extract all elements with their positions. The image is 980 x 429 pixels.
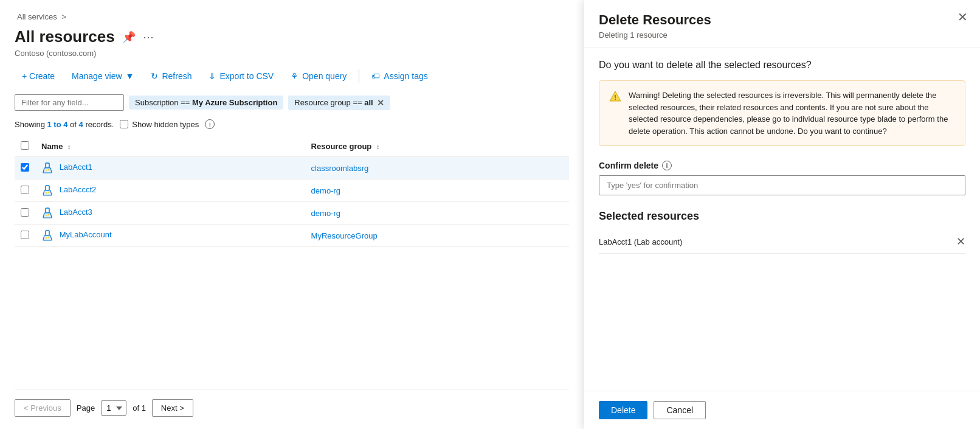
filter-input[interactable] — [15, 94, 124, 111]
left-panel: All services > All resources 📌 ⋯ Contoso… — [0, 0, 584, 429]
show-hidden-info-icon[interactable]: i — [205, 119, 215, 129]
selected-resources-section: Selected resources LabAcct1 (Lab account… — [599, 210, 965, 254]
remove-resource-button[interactable]: ✕ — [956, 235, 965, 248]
row-select-checkbox[interactable] — [21, 208, 29, 217]
selected-resource-name: LabAcct1 (Lab account) — [599, 237, 682, 246]
row-select-checkbox[interactable] — [21, 163, 29, 172]
toolbar: + Create Manage view ▼ ↻ Refresh ⇓ Expor… — [15, 68, 569, 85]
lab-flask-icon — [41, 207, 53, 219]
row-name-cell: LabAcct3 — [35, 202, 305, 225]
resource-group-link[interactable]: demo-rg — [311, 186, 340, 195]
refresh-label: Refresh — [162, 71, 192, 81]
row-select-checkbox[interactable] — [21, 186, 29, 194]
resource-group-sort-icon[interactable]: ↕ — [376, 143, 380, 150]
resource-group-column-header[interactable]: Resource group ↕ — [305, 136, 569, 157]
confirm-delete-input[interactable] — [599, 175, 965, 195]
delete-resources-panel: Delete Resources Deleting 1 resource ✕ D… — [584, 0, 980, 429]
svg-rect-6 — [46, 208, 49, 213]
resource-name-link[interactable]: LabAcct3 — [60, 208, 92, 217]
records-total: 4 — [79, 120, 83, 129]
name-sort-icon[interactable]: ↕ — [67, 143, 71, 150]
svg-rect-0 — [46, 163, 49, 168]
open-query-button[interactable]: ⚘ Open query — [283, 68, 354, 85]
page-subtitle: Contoso (contoso.com) — [15, 49, 569, 58]
panel-footer: Delete Cancel — [584, 391, 980, 429]
resource-name-link[interactable]: LabAcct1 — [60, 162, 92, 172]
delete-button[interactable]: Delete — [599, 401, 647, 419]
show-hidden-types-text: Show hidden types — [132, 120, 199, 129]
panel-close-button[interactable]: ✕ — [958, 11, 968, 23]
breadcrumb-separator: > — [61, 12, 66, 21]
more-options-icon[interactable]: ⋯ — [143, 30, 154, 44]
query-icon: ⚘ — [291, 71, 298, 81]
select-all-checkbox[interactable] — [21, 141, 29, 150]
name-column-label: Name — [41, 142, 63, 151]
lab-flask-icon — [41, 184, 53, 197]
row-name-cell: MyLabAccount — [35, 225, 305, 247]
tag-icon: 🏷 — [371, 71, 380, 81]
resource-name-link[interactable]: LabAccct2 — [60, 185, 97, 194]
of-label: of 1 — [133, 403, 146, 413]
subscription-filter-tag: Subscription == My Azure Subscription — [129, 96, 283, 110]
resource-group-filter-tag: Resource group == all ✕ — [288, 96, 390, 110]
table-row: MyLabAccount MyResourceGroup — [15, 225, 569, 247]
open-query-label: Open query — [302, 71, 347, 81]
download-icon: ⇓ — [209, 71, 216, 81]
resource-group-link[interactable]: demo-rg — [311, 209, 340, 218]
panel-scroll-area[interactable]: Do you want to delete all the selected r… — [584, 47, 980, 391]
previous-button[interactable]: < Previous — [15, 399, 71, 417]
title-row: All resources 📌 ⋯ — [15, 27, 569, 46]
refresh-button[interactable]: ↻ Refresh — [143, 68, 199, 85]
manage-view-button[interactable]: Manage view ▼ — [64, 68, 141, 85]
next-button[interactable]: Next > — [152, 399, 193, 417]
breadcrumb-link[interactable]: All services — [17, 12, 57, 21]
toolbar-divider — [359, 69, 359, 83]
selected-resource-item: LabAcct1 (Lab account) ✕ — [599, 230, 965, 254]
export-csv-button[interactable]: ⇓ Export to CSV — [201, 68, 281, 85]
svg-point-4 — [46, 192, 47, 194]
cancel-button[interactable]: Cancel — [654, 401, 706, 419]
refresh-icon: ↻ — [151, 71, 158, 81]
confirm-label: Confirm delete i — [599, 161, 965, 170]
svg-point-5 — [48, 192, 50, 194]
next-label: Next > — [161, 403, 184, 413]
chevron-down-icon: ▼ — [126, 71, 134, 81]
row-name-cell: LabAcct1 — [35, 157, 305, 180]
row-checkbox-cell — [15, 225, 35, 247]
confirm-label-text: Confirm delete — [599, 161, 658, 170]
delete-question: Do you want to delete all the selected r… — [599, 60, 965, 71]
resource-group-column-label: Resource group — [311, 142, 372, 151]
resource-group-link[interactable]: classroomlabsrg — [311, 164, 369, 173]
assign-tags-button[interactable]: 🏷 Assign tags — [364, 68, 435, 85]
confirm-section: Confirm delete i — [599, 161, 965, 195]
table-row: LabAccct2 demo-rg — [15, 180, 569, 202]
row-select-checkbox[interactable] — [21, 231, 29, 239]
resource-group-filter-close[interactable]: ✕ — [377, 98, 384, 108]
subscription-filter-value: My Azure Subscription — [192, 98, 277, 107]
page-select[interactable]: 1 — [101, 400, 126, 416]
records-range: 1 to 4 — [47, 120, 67, 129]
pin-icon[interactable]: 📌 — [122, 30, 136, 44]
svg-point-10 — [46, 237, 47, 239]
resource-table: Name ↕ Resource group ↕ LabAcct1 classro… — [15, 136, 569, 247]
row-resource-group-cell: classroomlabsrg — [305, 157, 569, 180]
resource-group-link[interactable]: MyResourceGroup — [311, 231, 378, 240]
breadcrumb[interactable]: All services > — [15, 12, 569, 21]
warning-text: Warning! Deleting the selected resources… — [629, 89, 955, 137]
records-row: Showing 1 to 4 of 4 records. Show hidden… — [15, 119, 569, 129]
name-column-header[interactable]: Name ↕ — [35, 136, 305, 157]
select-all-header[interactable] — [15, 136, 35, 157]
panel-header: Delete Resources Deleting 1 resource ✕ — [584, 0, 980, 47]
create-button[interactable]: + Create — [15, 68, 62, 85]
resource-name-link[interactable]: MyLabAccount — [60, 230, 112, 239]
assign-tags-label: Assign tags — [384, 71, 427, 81]
resource-table-body: LabAcct1 classroomlabsrg LabAccct2 demo-… — [15, 157, 569, 247]
lab-flask-icon — [41, 162, 53, 174]
filter-bar: Subscription == My Azure Subscription Re… — [15, 94, 569, 111]
show-hidden-types-label[interactable]: Show hidden types — [120, 120, 199, 129]
show-hidden-types-checkbox[interactable] — [120, 120, 128, 128]
confirm-info-icon[interactable]: i — [662, 161, 672, 170]
row-name-cell: LabAccct2 — [35, 180, 305, 202]
panel-subtitle: Deleting 1 resource — [599, 30, 965, 40]
row-resource-group-cell: MyResourceGroup — [305, 225, 569, 247]
